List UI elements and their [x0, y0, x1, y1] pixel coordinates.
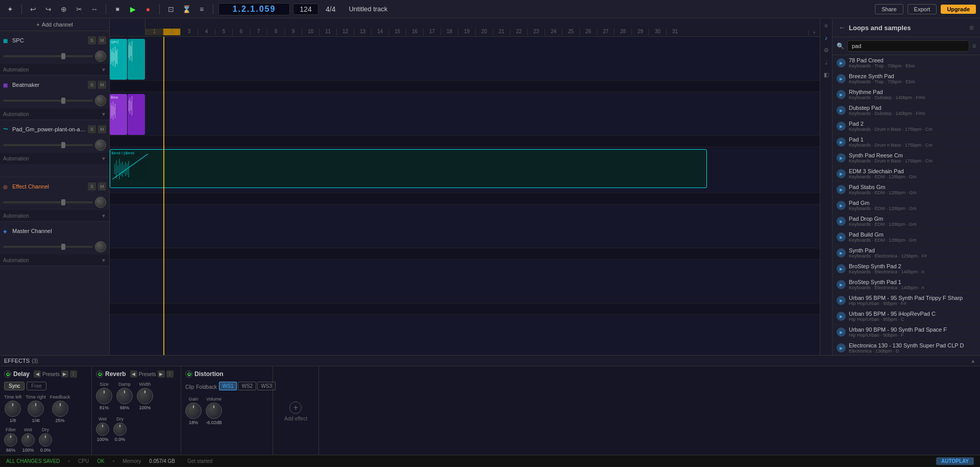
delay-filter-knob[interactable] [4, 433, 17, 447]
channel-solo-spc[interactable]: S [88, 36, 96, 44]
automation-expand-master[interactable]: ▼ [101, 258, 106, 263]
sample-item-5[interactable]: ▶ Pad 1 Keyboards · Drum n Bass · 175bpm… [832, 134, 980, 150]
sample-play-1[interactable]: ▶ [837, 74, 846, 83]
sample-play-0[interactable]: ▶ [837, 58, 846, 67]
redo-icon[interactable]: ↪ [42, 3, 55, 15]
distortion-volume-knob[interactable] [206, 403, 222, 419]
sample-play-15[interactable]: ▶ [837, 296, 846, 305]
sample-item-18[interactable]: ▶ Electronica 130 - 130 Synth Super Pad … [832, 340, 980, 355]
side-icon-2[interactable]: ⚙ [821, 45, 831, 55]
transport-time[interactable]: 1.2.1.059 [218, 3, 290, 15]
sample-item-9[interactable]: ▶ Pad Gm Keyboards · EDM · 128bpm · Gm [832, 198, 980, 214]
channel-solo-effect[interactable]: S [88, 182, 96, 191]
reverb-preset-next[interactable]: ▶ [158, 370, 165, 378]
channel-mute-pad[interactable]: M [98, 125, 106, 133]
automation-expand-spc[interactable]: ▼ [101, 67, 106, 73]
sample-play-11[interactable]: ▶ [837, 232, 846, 242]
autoplay-button[interactable]: AUTOPLAY [936, 457, 974, 465]
pan-knob-spc[interactable] [95, 51, 106, 62]
sample-play-7[interactable]: ▶ [837, 169, 846, 178]
sample-item-13[interactable]: ▶ BroStep Synth Pad 2 Keyboards · Electr… [832, 261, 980, 277]
fader-thumb-master[interactable] [61, 244, 65, 250]
samples-list-view-icon[interactable]: ≡ [972, 42, 976, 50]
pan-knob-beatmaker[interactable] [95, 95, 106, 106]
channel-mute-effect[interactable]: M [98, 182, 106, 191]
fader-track-effect[interactable] [3, 201, 93, 203]
sample-play-6[interactable]: ▶ [837, 153, 846, 162]
get-started-link[interactable]: Get started [187, 458, 212, 464]
fader-thumb-effect[interactable] [61, 199, 65, 205]
sample-play-3[interactable]: ▶ [837, 106, 846, 115]
fader-track-master[interactable] [3, 246, 93, 248]
fader-track-beatmaker[interactable] [3, 100, 93, 102]
metronome-icon[interactable]: ⌛ [180, 3, 192, 15]
sample-item-12[interactable]: ▶ Synth Pad Keyboards · Electronica · 12… [832, 245, 980, 261]
undo-icon[interactable]: ↩ [27, 3, 39, 15]
share-button[interactable]: Share [875, 4, 903, 14]
channel-mute-beatmaker[interactable]: M [98, 81, 106, 89]
magnet-icon[interactable]: ⊕ [58, 3, 70, 15]
side-icon-4[interactable]: ◧ [821, 69, 831, 80]
tracks-scroll[interactable]: SPC [110, 37, 820, 355]
clip-spc-1[interactable]: SPC [110, 39, 127, 80]
delay-preset-next[interactable]: ▶ [61, 370, 68, 378]
sample-play-18[interactable]: ▶ [837, 343, 846, 353]
clip-beat-1[interactable]: Bea [110, 94, 127, 135]
delay-free-button[interactable]: Free [27, 382, 46, 390]
play-icon[interactable]: ▶ [127, 3, 139, 15]
record-icon[interactable]: ● [142, 3, 154, 15]
sample-item-3[interactable]: ▶ Dubstep Pad Keyboards · Dubstep · 140b… [832, 103, 980, 119]
ws1-tab[interactable]: WS1 [219, 382, 237, 390]
add-channel-button[interactable]: + Add channel [0, 18, 109, 31]
pan-knob-pad[interactable] [95, 139, 106, 151]
sample-play-9[interactable]: ▶ [837, 201, 846, 210]
sample-play-14[interactable]: ▶ [837, 280, 846, 289]
effects-collapse-icon[interactable]: ▲ [970, 358, 976, 364]
reverb-wet-knob[interactable] [96, 423, 109, 436]
delay-timeleft-knob[interactable] [5, 401, 21, 417]
delay-sync-button[interactable]: Sync [4, 382, 24, 390]
delay-preset-more[interactable]: ⋮ [70, 370, 77, 378]
ws2-tab[interactable]: WS2 [238, 382, 256, 390]
clip-pad[interactable]: $end☆|$end [110, 149, 707, 188]
sample-item-4[interactable]: ▶ Pad 2 Keyboards · Drum n Bass · 175bpm… [832, 119, 980, 134]
distortion-power-btn[interactable]: ⏻ [185, 370, 192, 378]
side-icon-loops[interactable]: ♪ [821, 33, 831, 43]
mixer-icon[interactable]: ≡ [195, 3, 208, 15]
fader-thumb-pad[interactable] [61, 142, 65, 148]
delay-feedback-knob[interactable] [52, 401, 68, 417]
sample-play-4[interactable]: ▶ [837, 122, 846, 131]
sample-item-17[interactable]: ▶ Urban 90 BPM - 90 Synth Pad Space F Hi… [832, 324, 980, 340]
sample-item-0[interactable]: ▶ 78 Pad Creed Keyboards · Trap · 70bpm … [832, 55, 980, 71]
automation-expand-beatmaker[interactable]: ▼ [101, 111, 106, 117]
sample-play-5[interactable]: ▶ [837, 137, 846, 147]
sample-play-2[interactable]: ▶ [837, 90, 846, 99]
clip-spc-2[interactable] [128, 39, 145, 80]
reverb-damp-knob[interactable] [116, 388, 133, 404]
pan-knob-effect[interactable] [95, 197, 106, 208]
fader-thumb-spc[interactable] [61, 53, 65, 59]
reverb-power-btn[interactable]: ⏻ [96, 370, 103, 378]
reverb-width-knob[interactable] [137, 388, 153, 404]
channel-mute-spc[interactable]: M [98, 36, 106, 44]
sample-item-8[interactable]: ▶ Pad Stabs Gm Keyboards · EDM · 128bpm … [832, 182, 980, 198]
distortion-gain-knob[interactable] [185, 403, 202, 419]
sample-play-16[interactable]: ▶ [837, 312, 846, 321]
automation-expand-pad[interactable]: ▼ [101, 156, 106, 161]
upgrade-button[interactable]: Upgrade [941, 5, 976, 14]
sample-item-2[interactable]: ▶ Rhythme Pad Keyboards · Dubstep · 140b… [832, 87, 980, 103]
sample-item-16[interactable]: ▶ Urban 95 BPM - 95 iHopRevPad C Hip Hop… [832, 309, 980, 324]
sample-play-8[interactable]: ▶ [837, 185, 846, 194]
sample-play-17[interactable]: ▶ [837, 328, 846, 337]
delay-dry-knob[interactable] [39, 433, 52, 447]
reverb-size-knob[interactable] [96, 388, 112, 404]
fader-track-spc[interactable] [3, 55, 93, 57]
sample-item-6[interactable]: ▶ Synth Pad Reese Cm Keyboards · Drum n … [832, 150, 980, 166]
sample-play-10[interactable]: ▶ [837, 217, 846, 226]
delay-power-btn[interactable]: ⏻ [4, 370, 11, 378]
sample-item-14[interactable]: ▶ BroStep Synth Pad 1 Keyboards · Electr… [832, 277, 980, 293]
sample-item-15[interactable]: ▶ Urban 95 BPM - 95 Synth Pad Trippy F S… [832, 293, 980, 309]
delay-wet-knob[interactable] [21, 433, 35, 447]
channel-solo-pad[interactable]: S [88, 125, 96, 133]
scissors-icon[interactable]: ✂ [73, 3, 85, 15]
